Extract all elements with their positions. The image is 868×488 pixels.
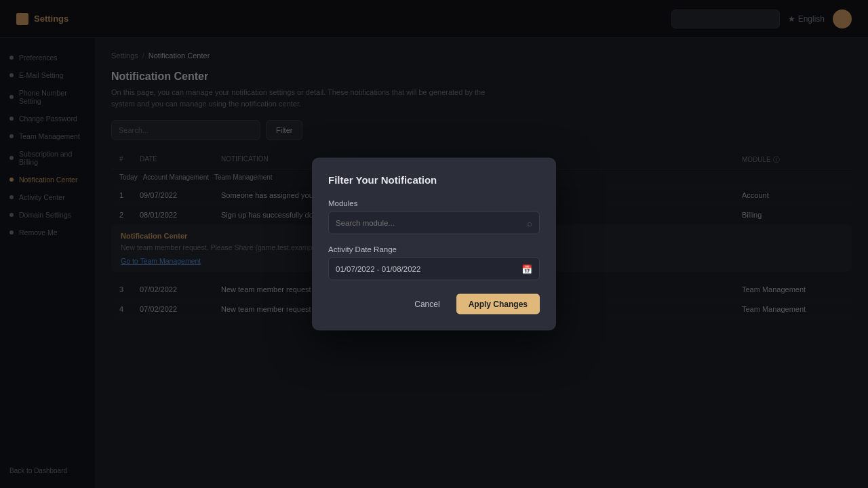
date-range-label: Activity Date Range xyxy=(328,245,540,253)
date-range-form-group: Activity Date Range 01/07/2022 - 01/08/2… xyxy=(328,245,540,281)
date-range-input-wrapper[interactable]: 01/07/2022 - 01/08/2022 📅 xyxy=(328,258,540,281)
modal-actions: Cancel Apply Changes xyxy=(328,294,540,314)
modal-title: Filter Your Notification xyxy=(328,174,540,186)
date-range-value: 01/07/2022 - 01/08/2022 xyxy=(336,265,420,273)
modules-label: Modules xyxy=(328,199,540,207)
apply-changes-button[interactable]: Apply Changes xyxy=(456,294,540,314)
calendar-icon: 📅 xyxy=(521,264,532,274)
modules-input-wrapper[interactable]: ⌕ xyxy=(328,211,540,235)
modules-form-group: Modules ⌕ xyxy=(328,199,540,235)
filter-modal: Filter Your Notification Modules ⌕ Activ… xyxy=(312,158,556,331)
cancel-button[interactable]: Cancel xyxy=(405,294,449,314)
modules-search-input[interactable] xyxy=(336,219,527,227)
search-icon: ⌕ xyxy=(527,218,532,228)
